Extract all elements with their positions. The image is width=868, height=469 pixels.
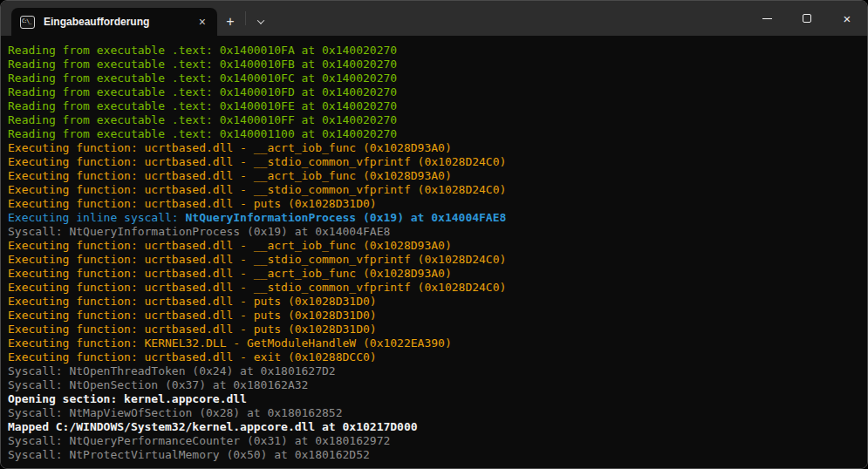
terminal-line: Executing function: ucrtbased.dll - __st… <box>8 281 860 295</box>
terminal[interactable]: Reading from executable .text: 0x1400010… <box>1 36 867 469</box>
terminal-line: Reading from executable .text: 0x1400010… <box>8 99 860 113</box>
terminal-line: Executing function: ucrtbased.dll - puts… <box>8 323 860 336</box>
chevron-down-icon <box>257 17 264 24</box>
terminal-line: Executing function: ucrtbased.dll - __ac… <box>8 239 860 253</box>
terminal-line: Reading from executable .text: 0x1400010… <box>8 71 860 85</box>
terminal-output: Reading from executable .text: 0x1400010… <box>8 44 860 462</box>
terminal-line: Executing function: ucrtbased.dll - puts… <box>8 309 860 323</box>
terminal-line: Opening section: kernel.appcore.dll <box>8 392 860 406</box>
minimize-button[interactable] <box>747 1 787 36</box>
terminal-line: Executing function: ucrtbased.dll - __ac… <box>8 267 860 281</box>
terminal-line: Syscall: NtQueryPerformanceCounter (0x31… <box>8 434 860 448</box>
maximize-button[interactable] <box>787 1 827 36</box>
close-icon: × <box>844 12 851 25</box>
plus-icon: + <box>226 14 234 30</box>
tab-eingabeaufforderung[interactable]: C:\_ Eingabeaufforderung × <box>11 8 217 36</box>
terminal-line: Executing function: ucrtbased.dll - puts… <box>8 295 860 309</box>
terminal-line: Executing function: ucrtbased.dll - __st… <box>8 253 860 267</box>
terminal-line: Syscall: NtQueryInformationProcess (0x19… <box>8 225 860 239</box>
terminal-line: Executing function: ucrtbased.dll - __ac… <box>8 141 860 155</box>
terminal-line: Executing function: ucrtbased.dll - __ac… <box>8 169 860 183</box>
terminal-line: Executing function: ucrtbased.dll - puts… <box>8 197 860 211</box>
tab-strip: C:\_ Eingabeaufforderung × + <box>1 1 747 36</box>
close-button[interactable]: × <box>827 1 867 36</box>
terminal-line: Executing inline syscall: NtQueryInforma… <box>8 211 860 225</box>
title-bar[interactable]: C:\_ Eingabeaufforderung × + × <box>1 1 867 36</box>
terminal-line: Mapped C:/WINDOWS/System32/kernel.appcor… <box>8 420 860 434</box>
terminal-line: Reading from executable .text: 0x1400010… <box>8 85 860 99</box>
maximize-icon <box>803 14 811 23</box>
terminal-line: Reading from executable .text: 0x1400011… <box>8 127 860 141</box>
terminal-line: Executing function: KERNEL32.DLL - GetMo… <box>8 336 860 350</box>
tab-close-icon[interactable]: × <box>193 13 212 31</box>
terminal-line: Syscall: NtOpenThreadToken (0x24) at 0x1… <box>8 364 860 378</box>
terminal-line: Reading from executable .text: 0x1400010… <box>8 58 860 71</box>
terminal-line: Syscall: NtMapViewOfSection (0x28) at 0x… <box>8 406 860 420</box>
tab-title: Eingabeaufforderung <box>44 16 193 28</box>
terminal-line: Executing function: ucrtbased.dll - exit… <box>8 350 860 364</box>
terminal-line: Syscall: NtProtectVirtualMemory (0x50) a… <box>8 448 860 462</box>
new-tab-button[interactable]: + <box>217 9 243 35</box>
tabbar-divider <box>245 11 246 25</box>
tab-dropdown-button[interactable] <box>248 9 274 35</box>
terminal-line: Reading from executable .text: 0x1400010… <box>8 44 860 58</box>
terminal-line: Executing function: ucrtbased.dll - __st… <box>8 183 860 197</box>
terminal-line: Executing function: ucrtbased.dll - __st… <box>8 155 860 169</box>
minimize-icon <box>762 18 772 19</box>
window-controls: × <box>747 1 867 36</box>
terminal-line: Syscall: NtOpenSection (0x37) at 0x18016… <box>8 378 860 392</box>
terminal-line: Reading from executable .text: 0x1400010… <box>8 113 860 127</box>
cmd-prompt-icon: C:\_ <box>20 16 35 29</box>
terminal-window: C:\_ Eingabeaufforderung × + × <box>0 0 868 469</box>
